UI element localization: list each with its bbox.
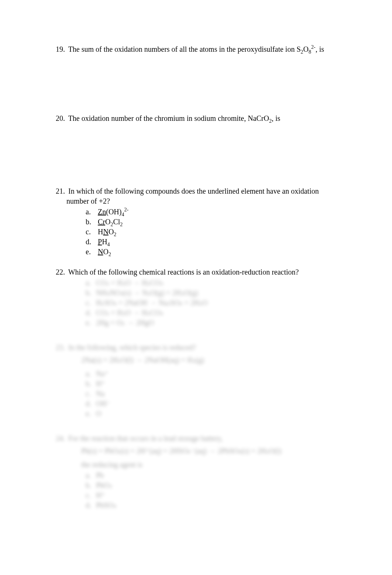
formula-part: O <box>103 248 108 256</box>
option-a: a.Pb <box>86 470 340 480</box>
option-letter: c. <box>86 490 96 500</box>
question-number: 22. <box>52 267 66 277</box>
option-d: d.OH⁻ <box>86 399 340 409</box>
option-letter: b. <box>86 480 96 490</box>
q19-sub2: 8 <box>309 49 311 55</box>
option-letter: d. <box>86 237 96 247</box>
option-c: c.Na <box>86 389 340 399</box>
question-19: 19. The sum of the oxidation numbers of … <box>66 44 340 54</box>
formula-sub: 2 <box>109 252 111 257</box>
q19-sub1: 2 <box>301 49 303 55</box>
option-text: OH⁻ <box>96 399 111 408</box>
option-letter: d. <box>86 399 96 409</box>
question-20: 20. The oxidation number of the chromium… <box>66 113 340 123</box>
option-text: H⁺ <box>96 380 105 388</box>
formula-part: H <box>98 228 103 236</box>
page-content: 19. The sum of the oxidation numbers of … <box>0 0 392 547</box>
option-letter: a. <box>86 369 96 379</box>
option-d: d.CO₂ + H₂O → H₂CO₃ <box>86 308 340 318</box>
option-letter: a. <box>86 207 96 217</box>
formula-sub: 2 <box>114 232 116 237</box>
option-text: O <box>96 409 101 418</box>
formula-part: H <box>102 238 107 246</box>
question-22: 22. Which of the following chemical reac… <box>66 267 340 328</box>
option-e: e.2Hg + O₂ → 2HgO <box>86 318 340 328</box>
q19-sup1: 2- <box>311 44 316 50</box>
q20-text-post: , is <box>272 114 280 122</box>
option-text: Na⁺ <box>96 370 109 378</box>
question-number: 24. <box>52 433 66 443</box>
option-e: e. NO2 <box>86 247 340 257</box>
formula-sub: 2 <box>120 222 123 227</box>
option-text: PbSO₄ <box>96 501 116 509</box>
underlined-element: N <box>103 228 108 236</box>
options-list: a. Zn(OH)42- b. CrO2Cl2 c. HNO2 d. PH4 e… <box>86 207 340 257</box>
option-text: H⁺ <box>96 491 105 499</box>
q20-text-pre: The oxidation number of the chromium in … <box>68 114 269 122</box>
question-text: The sum of the oxidation numbers of all … <box>68 45 324 53</box>
option-d: d. PH4 <box>86 237 340 247</box>
option-b: b. CrO2Cl2 <box>86 217 340 227</box>
option-text: 2Hg + O₂ → 2HgO <box>96 319 154 327</box>
question-number: 21. <box>52 186 66 196</box>
q19-text-post: , is <box>316 45 324 53</box>
option-text: CO₂ + H₂O → H₂CO₃ <box>96 279 163 287</box>
formula-part: O <box>105 218 110 226</box>
option-a: a. Zn(OH)42- <box>86 207 340 217</box>
option-c: c. HNO2 <box>86 227 340 237</box>
question-text: In which of the following compounds does… <box>66 187 319 205</box>
option-formula: CrO2Cl2 <box>98 218 123 226</box>
option-formula: PH4 <box>98 238 110 246</box>
option-b: b.NH₄NO₃(s) → N₂O(g) + 2H₂O(g) <box>86 288 340 298</box>
option-letter: e. <box>86 247 96 257</box>
option-text: PbO₂ <box>96 481 112 489</box>
formula-sup: 2- <box>124 207 128 212</box>
question-number: 23. <box>52 343 66 353</box>
q19-text-pre: The sum of the oxidation numbers of all … <box>68 45 301 53</box>
option-b: b.H⁺ <box>86 379 340 389</box>
option-letter: b. <box>86 217 96 227</box>
question-text: In the following, which species is reduc… <box>68 343 196 351</box>
option-formula: Zn(OH)42- <box>98 208 128 216</box>
option-text: H₂SO₄ + 2NaOH → Na₂SO₄ + 2H₂O <box>96 299 208 307</box>
reaction-equation: Pb(s) + PbO₂(s) + 2H⁺(aq) + 2HSO₄⁻(aq) →… <box>81 446 340 456</box>
question-number: 20. <box>52 113 66 123</box>
option-letter: a. <box>86 470 96 480</box>
q19-mid1: O <box>303 45 309 53</box>
option-letter: e. <box>86 318 96 328</box>
question-text: For the reaction that occurs in a lead s… <box>68 434 223 442</box>
question-24-blurred: 24. For the reaction that occurs in a le… <box>66 433 340 510</box>
option-c: c.H₂SO₄ + 2NaOH → Na₂SO₄ + 2H₂O <box>86 298 340 308</box>
reaction-equation: 2Na(s) + 2H₂O(l) → 2NaOH(aq) + H₂(g) <box>81 355 340 365</box>
underlined-element: N <box>98 248 103 256</box>
q20-sub1: 2 <box>269 118 272 124</box>
option-letter: d. <box>86 308 96 318</box>
option-letter: c. <box>86 227 96 237</box>
question-text: Which of the following chemical reaction… <box>68 268 299 276</box>
question-number: 19. <box>52 44 66 54</box>
formula-sub: 4 <box>121 212 124 217</box>
question-text: The oxidation number of the chromium in … <box>68 114 281 122</box>
underlined-element: Zn <box>98 208 106 216</box>
option-text: Pb <box>96 471 104 479</box>
option-letter: b. <box>86 379 96 389</box>
option-a: a.Na⁺ <box>86 369 340 379</box>
option-c: c.H⁺ <box>86 490 340 500</box>
option-letter: d. <box>86 500 96 510</box>
options-list: a.Pb b.PbO₂ c.H⁺ d.PbSO₄ <box>86 470 340 510</box>
option-formula: NO2 <box>98 248 111 256</box>
option-a: a.CO₂ + H₂O → H₂CO₃ <box>86 278 340 288</box>
underlined-element: P <box>98 238 102 246</box>
sub-statement: the reducing agent is <box>81 460 340 470</box>
option-text: NH₄NO₃(s) → N₂O(g) + 2H₂O(g) <box>96 289 198 297</box>
option-letter: c. <box>86 389 96 399</box>
option-e: e.O <box>86 409 340 419</box>
underlined-element: Cr <box>98 218 105 226</box>
option-letter: b. <box>86 288 96 298</box>
option-formula: HNO2 <box>98 228 116 236</box>
option-letter: c. <box>86 298 96 308</box>
options-list: a.Na⁺ b.H⁺ c.Na d.OH⁻ e.O <box>86 369 340 419</box>
formula-part: Cl <box>113 218 120 226</box>
option-letter: a. <box>86 278 96 288</box>
option-text: Na <box>96 389 104 398</box>
